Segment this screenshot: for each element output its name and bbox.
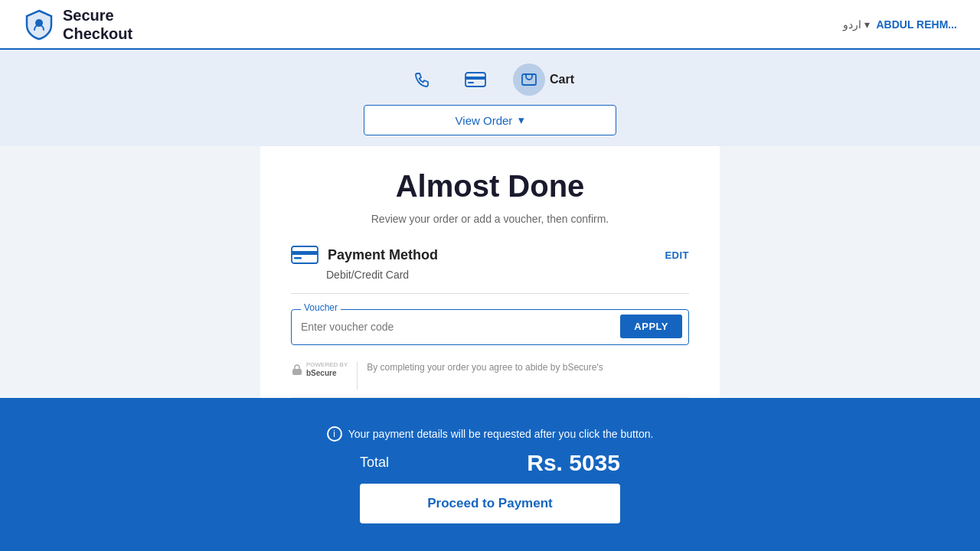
main-content: Almost Done Review your order or add a v…: [260, 146, 720, 398]
header-right: اردو ▾ ABDUL REHM...: [843, 18, 957, 31]
apply-voucher-button[interactable]: APPLY: [620, 315, 682, 338]
chevron-down-icon: ▾: [864, 18, 870, 31]
svg-rect-7: [294, 257, 302, 259]
svg-rect-8: [292, 369, 302, 375]
total-amount: Rs. 5035: [527, 450, 620, 476]
steps-icons: Cart: [406, 64, 574, 96]
step-cart-icon: [513, 64, 545, 96]
bottom-section: i Your payment details will be requested…: [0, 398, 980, 551]
vertical-divider: [357, 362, 358, 390]
bsecure-logo: POWERED BY bSecure: [291, 360, 348, 377]
proceed-to-payment-button[interactable]: Proceed to Payment: [360, 484, 620, 523]
svg-rect-6: [292, 251, 318, 255]
total-label: Total: [360, 455, 389, 471]
payment-header: Payment Method EDIT: [291, 246, 689, 264]
subtitle-text: Review your order or add a voucher, then…: [291, 211, 689, 227]
powered-by-text: POWERED BY: [306, 362, 348, 369]
payment-method-title: Payment Method: [328, 247, 438, 263]
payment-method-section: Payment Method EDIT Debit/Credit Card: [291, 246, 689, 294]
page-title: Almost Done: [291, 169, 689, 204]
voucher-inner: APPLY: [298, 315, 682, 338]
svg-rect-2: [466, 77, 485, 80]
voucher-section: Voucher APPLY: [291, 309, 689, 345]
cart-label: Cart: [550, 73, 574, 86]
payment-left: Payment Method: [291, 246, 438, 264]
shield-icon: [23, 8, 55, 41]
step-cart-row: Cart: [513, 64, 574, 96]
lock-icon: [291, 364, 303, 376]
steps-bar: Cart View Order ▾: [0, 50, 980, 146]
payment-notice: i Your payment details will be requested…: [327, 426, 654, 442]
logo-text: Secure Checkout: [63, 6, 132, 43]
edit-payment-button[interactable]: EDIT: [665, 249, 689, 261]
lang-text: اردو: [843, 18, 861, 31]
bsecure-agreement-text: By completing your order you agree to ab…: [367, 360, 603, 374]
language-selector[interactable]: اردو ▾: [843, 18, 870, 31]
step-phone-icon: [406, 64, 438, 96]
voucher-label: Voucher: [301, 302, 341, 313]
svg-rect-3: [468, 82, 474, 83]
voucher-input[interactable]: [298, 316, 614, 337]
step-card-icon: [459, 64, 492, 96]
voucher-wrapper: Voucher APPLY: [291, 309, 689, 345]
bsecure-brand: bSecure: [306, 369, 348, 377]
payment-card-icon: [291, 246, 318, 264]
username-text: ABDUL REHM...: [876, 18, 957, 31]
payment-notice-text: Your payment details will be requested a…: [348, 426, 654, 442]
total-row: Total Rs. 5035: [360, 450, 620, 476]
view-order-button[interactable]: View Order ▾: [364, 105, 616, 135]
header: Secure Checkout اردو ▾ ABDUL REHM...: [0, 0, 980, 50]
chevron-down-icon: ▾: [518, 113, 524, 127]
info-icon: i: [327, 426, 342, 442]
logo-area: Secure Checkout: [23, 6, 132, 43]
payment-method-sub: Debit/Credit Card: [326, 269, 689, 281]
bsecure-notice: POWERED BY bSecure By completing your or…: [291, 360, 689, 398]
